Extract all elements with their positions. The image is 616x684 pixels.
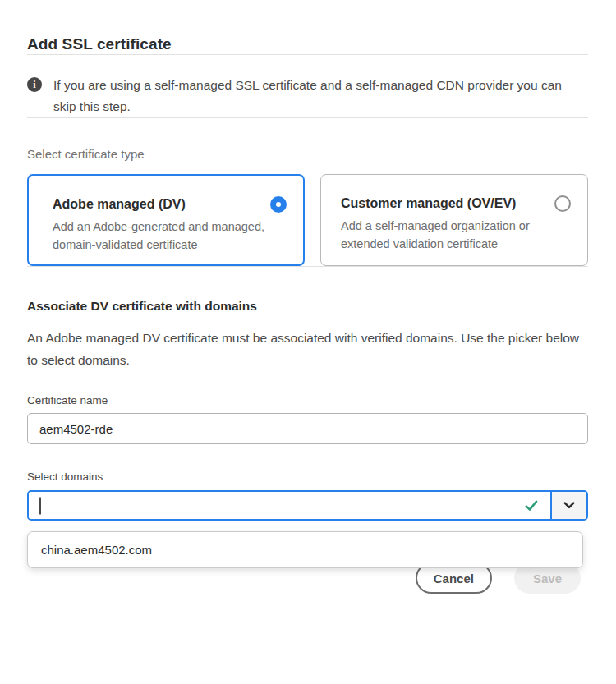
- radio-unselected-icon[interactable]: [554, 195, 571, 212]
- dv-section-description: An Adobe managed DV certificate must be …: [27, 327, 588, 371]
- divider: [27, 266, 588, 267]
- cert-type-card-customer-managed[interactable]: Customer managed (OV/EV) Add a self-mana…: [320, 174, 588, 266]
- certificate-name-input[interactable]: [27, 413, 588, 444]
- cert-type-label: Select certificate type: [27, 146, 588, 163]
- info-note: i If you are using a self-managed SSL ce…: [27, 75, 588, 117]
- info-icon: i: [27, 77, 42, 92]
- divider: [27, 54, 588, 55]
- info-note-text: If you are using a self-managed SSL cert…: [53, 75, 584, 117]
- card-header: Adobe managed (DV): [53, 196, 287, 213]
- card-title: Adobe managed (DV): [53, 196, 186, 213]
- select-domains-input[interactable]: [29, 492, 550, 519]
- chevron-down-button[interactable]: [550, 492, 586, 519]
- text-cursor: [39, 497, 41, 514]
- chevron-down-icon: [563, 502, 575, 509]
- card-description: Add a self-managed organization or exten…: [341, 217, 556, 253]
- select-domains-label: Select domains: [27, 471, 588, 484]
- domains-dropdown: china.aem4502.com: [27, 531, 583, 568]
- select-domains-combobox[interactable]: [27, 490, 588, 521]
- select-domains-input-area: [29, 492, 550, 519]
- dv-section-heading: Associate DV certificate with domains: [27, 298, 588, 314]
- divider: [27, 117, 588, 118]
- cert-type-card-adobe-managed[interactable]: Adobe managed (DV) Add an Adobe-generate…: [27, 174, 305, 266]
- certificate-name-label: Certificate name: [27, 394, 588, 407]
- radio-selected-icon[interactable]: [270, 196, 287, 213]
- domain-option[interactable]: china.aem4502.com: [28, 532, 582, 567]
- card-title: Customer managed (OV/EV): [341, 195, 516, 212]
- checkmark-icon: [525, 500, 538, 512]
- page-title: Add SSL certificate: [27, 34, 588, 54]
- card-header: Customer managed (OV/EV): [341, 195, 571, 212]
- card-description: Add an Adobe-generated and managed, doma…: [53, 218, 268, 254]
- add-ssl-certificate-dialog: Add SSL certificate i If you are using a…: [0, 34, 616, 594]
- select-domains-combobox-wrap: china.aem4502.com: [27, 490, 588, 521]
- cert-type-options: Adobe managed (DV) Add an Adobe-generate…: [27, 174, 588, 266]
